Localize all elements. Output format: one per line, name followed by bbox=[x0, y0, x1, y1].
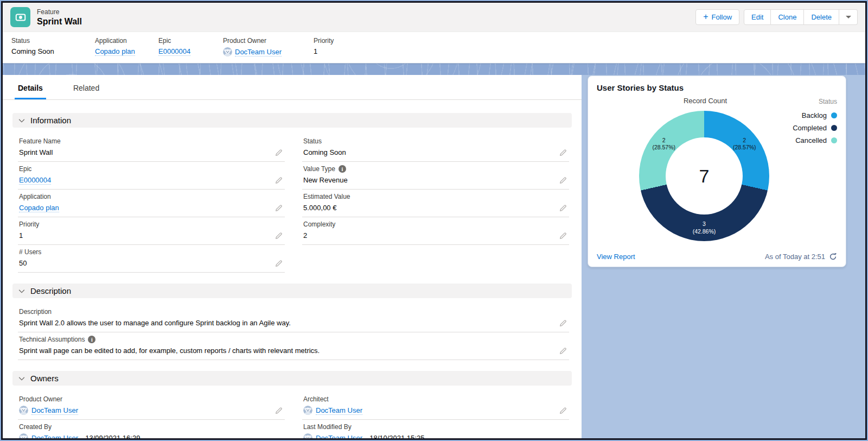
slice-label-cancelled: 2(28.57%) bbox=[641, 137, 687, 152]
field-value: Sprint Wall bbox=[19, 148, 269, 157]
refresh-icon[interactable] bbox=[829, 253, 837, 261]
edit-field-button[interactable] bbox=[559, 347, 567, 355]
edit-field-button[interactable] bbox=[275, 260, 283, 267]
edit-field-button[interactable] bbox=[275, 177, 283, 184]
section-header-description[interactable]: Description bbox=[12, 284, 572, 298]
field-label: # Users bbox=[19, 248, 269, 256]
field-label-text: Epic bbox=[19, 165, 31, 173]
feature-glyph-icon bbox=[15, 11, 27, 23]
field-feature-name: Feature NameSprint Wall bbox=[18, 134, 285, 162]
legend-dot bbox=[831, 125, 837, 131]
record-header-top: Feature Sprint Wall + Follow Edit Clone … bbox=[3, 3, 865, 32]
highlight-value: E0000004 bbox=[158, 47, 215, 56]
edit-field-button[interactable] bbox=[275, 407, 283, 414]
record-tabs: Details Related bbox=[3, 75, 582, 100]
follow-button[interactable]: + Follow bbox=[695, 9, 739, 25]
highlight-value: 1 bbox=[314, 47, 334, 55]
screenshot-frame: Feature Sprint Wall + Follow Edit Clone … bbox=[0, 0, 868, 441]
architect-user-link[interactable]: DocTeam User bbox=[316, 406, 362, 415]
decorative-background-band bbox=[3, 63, 865, 75]
more-actions-button[interactable] bbox=[839, 9, 858, 25]
field-label: Application bbox=[19, 193, 269, 200]
page-title: Sprint Wall bbox=[37, 17, 82, 27]
field-product-owner: Product OwnerDocTeam User bbox=[18, 392, 285, 420]
edit-field-button[interactable] bbox=[559, 232, 567, 240]
edit-field-button[interactable] bbox=[559, 407, 567, 414]
field-last-modified-by: Last Modified ByDocTeam User, 18/10/2021… bbox=[302, 420, 569, 440]
field-technical-assumptions: Technical AssumptionsiSprint wall page c… bbox=[18, 332, 569, 360]
donut-chart: 7 2(28.57%)3(42.86%)2(28.57%) bbox=[639, 111, 769, 241]
feature-entity-icon bbox=[10, 7, 30, 27]
created-by-user-link[interactable]: DocTeam User bbox=[31, 434, 78, 440]
chart-legend: Status BacklogCompletedCancelled bbox=[793, 98, 837, 149]
field-label-text: Value Type bbox=[303, 165, 335, 173]
edit-field-button[interactable] bbox=[275, 204, 283, 212]
field-label: Estimated Value bbox=[303, 193, 553, 200]
epic-link[interactable]: E0000004 bbox=[19, 176, 51, 185]
epic-link[interactable]: E0000004 bbox=[158, 47, 190, 56]
field-value: 2 bbox=[303, 231, 553, 240]
chart-as-of: As of Today at 2:51 bbox=[765, 253, 837, 261]
field-architect: ArchitectDocTeam User bbox=[302, 392, 569, 420]
field-value: Copado plan bbox=[19, 203, 269, 212]
application-link[interactable]: Copado plan bbox=[19, 204, 59, 212]
highlight-label: Application bbox=[95, 37, 151, 45]
field-created-by: Created ByDocTeam User, 13/09/2021 16:29 bbox=[18, 420, 285, 440]
info-icon[interactable]: i bbox=[339, 165, 346, 173]
product-owner-user-link[interactable]: DocTeam User bbox=[31, 406, 78, 415]
highlight-value: DocTeam User bbox=[223, 47, 306, 56]
highlight-label: Priority bbox=[314, 37, 334, 45]
legend-dot bbox=[831, 112, 837, 118]
field-value-text: New Revenue bbox=[303, 176, 348, 184]
chart-footer: View Report As of Today at 2:51 bbox=[597, 253, 837, 261]
field-label-text: Priority bbox=[19, 220, 39, 228]
chart-subtitle: Record Count bbox=[652, 97, 758, 105]
legend-label: Backlog bbox=[802, 111, 827, 119]
highlights-panel: StatusComing SoonApplicationCopado planE… bbox=[3, 32, 865, 56]
field-epic: EpicE0000004 bbox=[18, 162, 285, 190]
application-link[interactable]: Copado plan bbox=[95, 47, 135, 56]
last-modified-by-user-link[interactable]: DocTeam User bbox=[316, 434, 362, 440]
field-value-text: 1 bbox=[314, 47, 317, 55]
section-header-information[interactable]: Information bbox=[12, 113, 572, 128]
avatar bbox=[303, 433, 312, 440]
edit-field-button[interactable] bbox=[559, 204, 567, 212]
delete-button[interactable]: Delete bbox=[804, 9, 839, 25]
field-value-suffix: , 18/10/2021 15:25 bbox=[366, 434, 424, 440]
description-column: DescriptionSprint Wall 2.0 allows the us… bbox=[18, 305, 569, 360]
info-icon[interactable]: i bbox=[88, 336, 95, 343]
highlight-field-priority: Priority1 bbox=[314, 37, 341, 56]
highlight-value: Coming Soon bbox=[11, 47, 87, 55]
edit-field-button[interactable] bbox=[559, 149, 567, 156]
field-label-text: Architect bbox=[303, 395, 329, 403]
highlight-field-application: ApplicationCopado plan bbox=[95, 37, 158, 56]
edit-field-button[interactable] bbox=[559, 319, 567, 327]
field-value-text: Coming Soon bbox=[303, 148, 346, 156]
edit-button[interactable]: Edit bbox=[744, 9, 771, 25]
product-owner-user-link[interactable]: DocTeam User bbox=[235, 48, 282, 56]
field-label-text: Complexity bbox=[303, 220, 335, 228]
edit-field-button[interactable] bbox=[275, 232, 283, 240]
field-value-type: Value TypeiNew Revenue bbox=[302, 162, 569, 190]
record-header: Feature Sprint Wall + Follow Edit Clone … bbox=[3, 3, 865, 63]
description-fields: DescriptionSprint Wall 2.0 allows the us… bbox=[12, 304, 572, 364]
legend-item-backlog: Backlog bbox=[793, 111, 837, 119]
field-label: Technical Assumptionsi bbox=[19, 336, 553, 343]
legend-label: Cancelled bbox=[795, 136, 827, 144]
owners-left-column: Product OwnerDocTeam UserCreated ByDocTe… bbox=[18, 392, 285, 440]
view-report-link[interactable]: View Report bbox=[597, 253, 635, 261]
highlight-value: Copado plan bbox=[95, 47, 151, 56]
chart-title: User Stories by Status bbox=[588, 76, 846, 92]
information-fields: Feature NameSprint WallEpicE0000004Appli… bbox=[12, 133, 572, 277]
edit-field-button[interactable] bbox=[559, 177, 567, 184]
field-label-text: Last Modified By bbox=[303, 423, 352, 431]
clone-button[interactable]: Clone bbox=[771, 9, 804, 25]
legend-dot bbox=[831, 137, 837, 143]
field-value-text: Sprint Wall bbox=[19, 148, 53, 156]
highlight-label: Status bbox=[11, 37, 87, 45]
tab-details[interactable]: Details bbox=[18, 84, 43, 99]
tab-related[interactable]: Related bbox=[73, 84, 99, 99]
field-status: StatusComing Soon bbox=[302, 134, 569, 162]
section-header-owners[interactable]: Owners bbox=[12, 371, 572, 386]
edit-field-button[interactable] bbox=[275, 149, 283, 156]
